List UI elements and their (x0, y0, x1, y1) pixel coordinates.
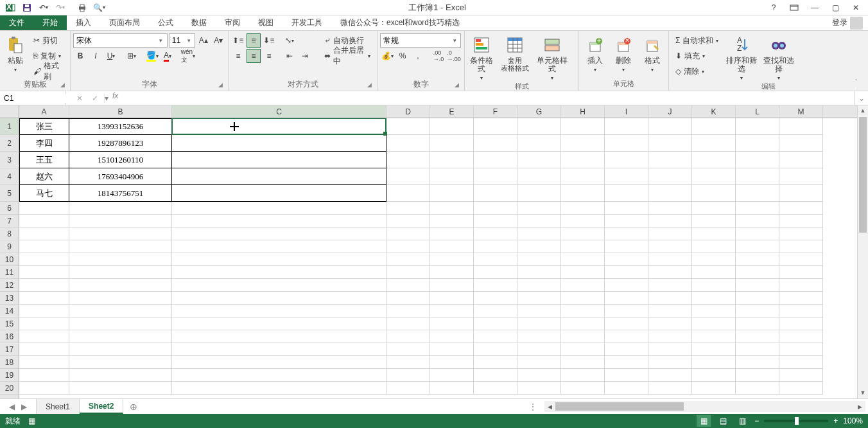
cell-E8[interactable] (430, 227, 474, 240)
cell-C13[interactable] (172, 292, 386, 305)
cell-A4[interactable]: 赵六 (19, 168, 69, 185)
cell-D15[interactable] (386, 317, 430, 330)
cell-H7[interactable] (561, 215, 605, 227)
cell-H3[interactable] (561, 152, 605, 168)
cell-B16[interactable] (69, 330, 172, 343)
cell-J14[interactable] (648, 305, 692, 317)
cell-F18[interactable] (474, 356, 517, 369)
cell-E13[interactable] (430, 292, 474, 305)
tab-home[interactable]: 开始 (33, 15, 67, 30)
row-header-16[interactable]: 16 (0, 330, 19, 343)
cell-I15[interactable] (605, 317, 648, 330)
clear-button[interactable]: ◇清除▾ (672, 64, 722, 78)
cell-J12[interactable] (648, 279, 692, 292)
cell-C6[interactable] (172, 202, 386, 215)
cell-M14[interactable] (779, 305, 823, 317)
cell-C16[interactable] (172, 330, 386, 343)
cell-F12[interactable] (474, 279, 517, 292)
cell-B2[interactable]: 19287896123 (69, 135, 172, 152)
border-icon[interactable]: ⊞▾ (125, 49, 139, 63)
print-preview-icon[interactable]: 🔍▾ (91, 1, 107, 15)
cell-I17[interactable] (605, 343, 648, 356)
col-header-I[interactable]: I (605, 105, 648, 118)
cell-K16[interactable] (692, 330, 736, 343)
cell-E3[interactable] (430, 152, 474, 168)
cell-C5[interactable] (172, 185, 386, 202)
scroll-down-icon[interactable]: ▼ (858, 388, 868, 398)
increase-indent-icon[interactable]: ⇥ (298, 49, 312, 63)
cell-A2[interactable]: 李四 (19, 135, 69, 152)
cell-C1[interactable] (172, 118, 386, 135)
cell-K14[interactable] (692, 305, 736, 317)
cell-F11[interactable] (474, 266, 517, 279)
row-header-18[interactable]: 18 (0, 356, 19, 369)
cell-K20[interactable] (692, 382, 736, 395)
sheet-tab-sheet2[interactable]: Sheet2 (80, 399, 123, 414)
decrease-decimal-icon[interactable]: .0→.00 (447, 49, 461, 63)
tab-dev[interactable]: 开发工具 (282, 15, 331, 30)
minimize-icon[interactable]: — (806, 1, 823, 15)
cell-G20[interactable] (517, 382, 561, 395)
cell-B20[interactable] (69, 382, 172, 395)
orientation-icon[interactable]: ⤡▾ (282, 33, 297, 48)
cell-D13[interactable] (386, 292, 430, 305)
clipboard-launcher-icon[interactable]: ◢ (58, 82, 66, 89)
row-header-3[interactable]: 3 (0, 152, 19, 168)
col-header-M[interactable]: M (779, 105, 823, 118)
cell-H16[interactable] (561, 330, 605, 343)
cell-B18[interactable] (69, 356, 172, 369)
cell-E7[interactable] (430, 215, 474, 227)
row-header-17[interactable]: 17 (0, 343, 19, 356)
cell-B10[interactable] (69, 253, 172, 266)
fill-color-icon[interactable]: 🪣▾ (145, 49, 159, 63)
cell-A6[interactable] (19, 202, 69, 215)
redo-icon[interactable]: ↷▾ (53, 1, 68, 15)
close-icon[interactable]: ✕ (847, 1, 864, 15)
format-cells-button[interactable]: 格式▾ (639, 32, 666, 73)
cell-L8[interactable] (736, 227, 779, 240)
cell-L17[interactable] (736, 343, 779, 356)
cell-F17[interactable] (474, 343, 517, 356)
cell-I1[interactable] (605, 118, 648, 135)
cell-F10[interactable] (474, 253, 517, 266)
cell-E6[interactable] (430, 202, 474, 215)
merge-center-button[interactable]: ⬌合并后居中▾ (320, 49, 374, 63)
align-middle-icon[interactable]: ≡ (247, 33, 261, 48)
cell-K17[interactable] (692, 343, 736, 356)
cell-C20[interactable] (172, 382, 386, 395)
cell-L9[interactable] (736, 240, 779, 253)
cell-B17[interactable] (69, 343, 172, 356)
cell-I18[interactable] (605, 356, 648, 369)
cell-E20[interactable] (430, 382, 474, 395)
cell-L10[interactable] (736, 253, 779, 266)
number-format-combo[interactable]: 常规▾ (380, 33, 461, 48)
cell-H2[interactable] (561, 135, 605, 152)
cell-I6[interactable] (605, 202, 648, 215)
cell-H4[interactable] (561, 168, 605, 185)
cell-C10[interactable] (172, 253, 386, 266)
cell-D3[interactable] (386, 152, 430, 168)
cell-E1[interactable] (430, 118, 474, 135)
cell-F5[interactable] (474, 185, 517, 202)
cell-H18[interactable] (561, 356, 605, 369)
cell-I10[interactable] (605, 253, 648, 266)
zoom-out-icon[interactable]: − (754, 416, 759, 425)
align-center-icon[interactable]: ≡ (247, 49, 261, 63)
row-header-15[interactable]: 15 (0, 317, 19, 330)
cell-A8[interactable] (19, 227, 69, 240)
cell-A9[interactable] (19, 240, 69, 253)
cell-E12[interactable] (430, 279, 474, 292)
cell-J1[interactable] (648, 118, 692, 135)
table-format-button[interactable]: 套用 表格格式 (497, 32, 533, 72)
cell-A19[interactable] (19, 369, 69, 382)
cell-L20[interactable] (736, 382, 779, 395)
paste-button[interactable]: 粘贴▾ (3, 32, 28, 73)
cell-K19[interactable] (692, 369, 736, 382)
cell-G6[interactable] (517, 202, 561, 215)
cell-G19[interactable] (517, 369, 561, 382)
new-sheet-button[interactable]: ⊕ (123, 399, 144, 414)
cell-G12[interactable] (517, 279, 561, 292)
cell-M3[interactable] (779, 152, 823, 168)
cell-M17[interactable] (779, 343, 823, 356)
number-launcher-icon[interactable]: ◢ (453, 82, 460, 89)
